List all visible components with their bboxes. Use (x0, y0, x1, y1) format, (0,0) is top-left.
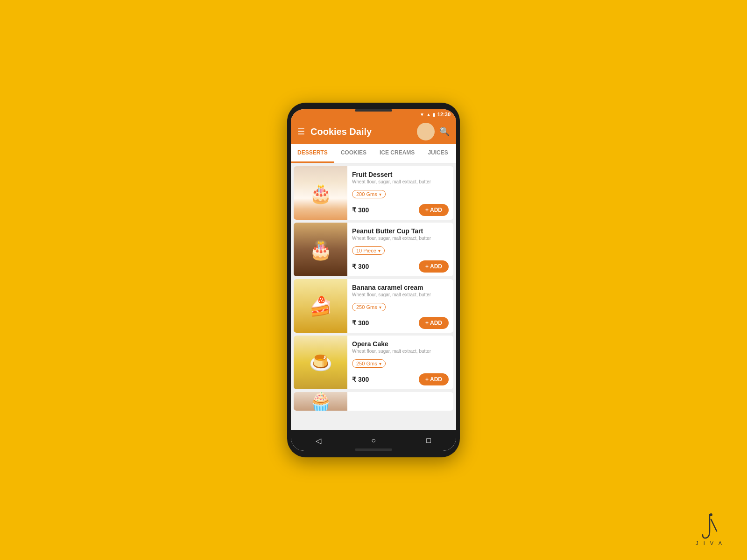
product-size-text: 200 Gms (356, 191, 377, 197)
product-size-selector[interactable]: 200 Gms ▾ (352, 190, 386, 198)
tab-juices[interactable]: JUICES (421, 144, 454, 163)
avatar (417, 123, 435, 140)
product-desc: Wheat flour, sugar, malt extract, butter (352, 349, 449, 354)
bottom-navigation: ◁ ○ □ (291, 430, 456, 451)
product-desc: Wheat flour, sugar, malt extract, butter (352, 236, 449, 241)
add-button[interactable]: + ADD (419, 260, 449, 273)
product-size-selector[interactable]: 250 Gms ▾ (352, 303, 386, 311)
app-header: ☰ Cookies Daily 🔍 (291, 119, 456, 144)
wifi-icon: ▼ (420, 112, 424, 117)
product-name: Opera Cake (352, 340, 449, 348)
product-card: Banana caramel cream Wheat flour, sugar,… (294, 279, 453, 333)
signal-icon: ▲ (426, 112, 431, 117)
phone-shell: ▼ ▲ ▮ 12:30 ☰ Cookies Daily 🔍 DESSERTS C… (287, 103, 460, 457)
add-button[interactable]: + ADD (419, 317, 449, 329)
product-desc: Wheat flour, sugar, malt extract, butter (352, 292, 449, 297)
back-button[interactable]: ◁ (310, 432, 327, 449)
watermark-text: J I V A (696, 540, 724, 546)
product-desc: Wheat flour, sugar, malt extract, butter (352, 179, 449, 184)
tab-ice-creams[interactable]: ICE CREAMS (373, 144, 421, 163)
add-button[interactable]: + ADD (419, 204, 449, 216)
product-card (294, 392, 453, 411)
status-bar: ▼ ▲ ▮ 12:30 (291, 109, 456, 119)
product-size-selector[interactable]: 10 Piece ▾ (352, 246, 385, 255)
product-image (294, 336, 347, 389)
svg-point-0 (710, 513, 712, 516)
tab-desserts[interactable]: DESSERTS (291, 144, 334, 163)
product-card: Opera Cake Wheat flour, sugar, malt extr… (294, 336, 453, 389)
product-info: Banana caramel cream Wheat flour, sugar,… (347, 279, 453, 333)
products-list: Fruit Dessert Wheat flour, sugar, malt e… (291, 163, 456, 430)
product-price: ₹ 300 (352, 263, 369, 270)
product-image (294, 392, 347, 411)
product-size-text: 250 Gms (356, 304, 377, 310)
product-name: Peanut Butter Cup Tart (352, 227, 449, 235)
chevron-down-icon: ▾ (379, 361, 381, 366)
watermark: J I V A (696, 512, 724, 546)
phone-screen: ▼ ▲ ▮ 12:30 ☰ Cookies Daily 🔍 DESSERTS C… (291, 109, 456, 451)
search-icon[interactable]: 🔍 (439, 126, 450, 137)
product-name: Banana caramel cream (352, 284, 449, 291)
add-button[interactable]: + ADD (419, 373, 449, 385)
product-price: ₹ 300 (352, 376, 369, 383)
status-time: 12:30 (437, 112, 451, 117)
product-info: Peanut Butter Cup Tart Wheat flour, suga… (347, 223, 453, 276)
product-info: Opera Cake Wheat flour, sugar, malt extr… (347, 336, 453, 389)
recents-button[interactable]: □ (420, 432, 437, 449)
product-image (294, 166, 347, 220)
product-card: Fruit Dessert Wheat flour, sugar, malt e… (294, 166, 453, 220)
chevron-down-icon: ▾ (379, 305, 381, 310)
category-tabs: DESSERTS COOKIES ICE CREAMS JUICES (291, 144, 456, 163)
product-price: ₹ 300 (352, 206, 369, 214)
product-image (294, 279, 347, 333)
product-image (294, 223, 347, 276)
product-info: Fruit Dessert Wheat flour, sugar, malt e… (347, 166, 453, 220)
product-size-text: 10 Piece (356, 248, 376, 253)
product-price: ₹ 300 (352, 319, 369, 327)
battery-icon: ▮ (433, 112, 436, 117)
product-card: Peanut Butter Cup Tart Wheat flour, suga… (294, 223, 453, 276)
chevron-down-icon: ▾ (379, 192, 381, 197)
home-button[interactable]: ○ (365, 432, 382, 449)
product-info (347, 392, 453, 411)
jiva-logo-icon (700, 512, 719, 540)
product-name: Fruit Dessert (352, 171, 449, 178)
product-size-selector[interactable]: 250 Gms ▾ (352, 359, 386, 368)
product-size-text: 250 Gms (356, 361, 377, 366)
chevron-down-icon: ▾ (378, 248, 381, 253)
menu-icon[interactable]: ☰ (297, 126, 305, 137)
tab-cookies[interactable]: COOKIES (334, 144, 373, 163)
